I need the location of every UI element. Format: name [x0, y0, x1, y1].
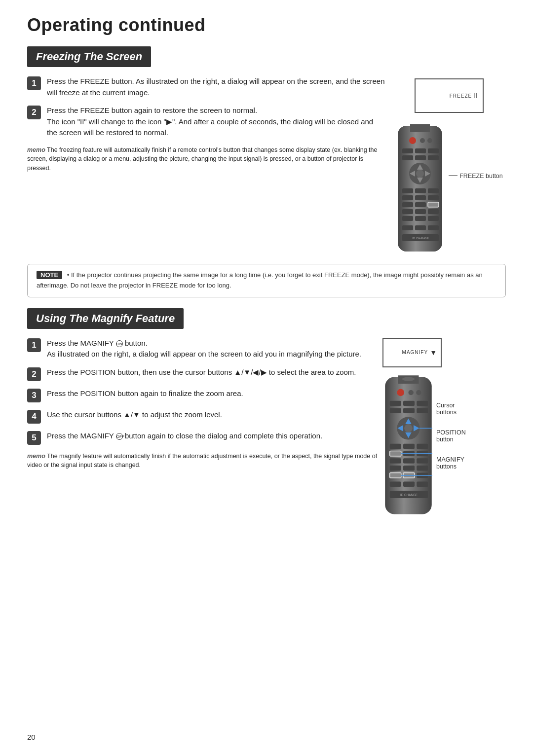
svg-rect-27 [402, 209, 413, 214]
svg-rect-31 [415, 216, 426, 221]
svg-rect-65 [390, 466, 401, 471]
svg-rect-56 [390, 443, 401, 449]
freeze-steps-area: 1 Press the FREEZE button. As illustrate… [27, 76, 506, 255]
svg-rect-30 [402, 216, 413, 221]
svg-rect-22 [415, 195, 426, 200]
magnify-dialog-label: MAGNIFY [402, 350, 428, 355]
freeze-step-num-2: 2 [27, 106, 41, 119]
svg-rect-58 [417, 443, 428, 449]
svg-rect-26 [428, 202, 439, 207]
magnify-step-4: 4 Use the cursor buttons ▲/▼ to adjust t… [27, 409, 378, 424]
magnify-position-label: POSITION button [436, 429, 466, 443]
svg-rect-48 [403, 408, 415, 413]
svg-rect-45 [403, 400, 415, 406]
svg-rect-29 [428, 209, 439, 214]
freeze-step-2: 2 Press the FREEZE button again to resto… [27, 105, 385, 139]
svg-rect-57 [403, 443, 415, 449]
svg-point-41 [397, 389, 404, 396]
svg-point-3 [409, 137, 416, 144]
svg-rect-64 [417, 458, 428, 464]
svg-point-5 [427, 138, 432, 143]
magnify-right-panel: MAGNIFY ▼ [382, 338, 506, 519]
magnify-step-5: 5 Press the MAGNIFY OFF button again to … [27, 431, 378, 445]
svg-rect-59 [390, 451, 401, 456]
magnify-step-num-3: 3 [27, 389, 41, 402]
svg-point-43 [416, 390, 421, 395]
magnify-remote-with-labels: ID CHANGE Cursor butt [382, 371, 466, 519]
svg-rect-24 [402, 202, 413, 207]
svg-rect-28 [415, 209, 426, 214]
freeze-remote-label: FREEZE button [459, 171, 503, 180]
note-text: • If the projector continues projecting … [37, 271, 483, 289]
freeze-step-num-1: 1 [27, 76, 41, 90]
freeze-dialog-label: FREEZE [450, 93, 472, 99]
svg-rect-25 [415, 202, 426, 207]
magnify-magnify-label: MAGNIFY buttons [436, 456, 466, 470]
svg-rect-20 [428, 188, 439, 193]
magnify-step-text-5: Press the MAGNIFY OFF button again to cl… [47, 431, 322, 442]
svg-rect-67 [417, 466, 428, 471]
freeze-remote-svg: ID CHANGE [395, 122, 445, 255]
magnify-remote-svg: ID CHANGE [382, 371, 434, 519]
magnify-section: Using The Magnify Feature 1 Press the MA… [27, 308, 506, 519]
freeze-arrow-line [449, 175, 457, 176]
svg-point-42 [409, 390, 414, 395]
svg-rect-66 [403, 466, 415, 471]
freeze-step-1: 1 Press the FREEZE button. As illustrate… [27, 76, 385, 98]
svg-rect-63 [403, 458, 415, 464]
magnify-step-2: 2 Press the POSITION button, then use th… [27, 367, 378, 381]
freeze-step-text-2: Press the FREEZE button again to restore… [47, 105, 385, 139]
svg-point-40 [402, 377, 415, 381]
freeze-remote-area: ID CHANGE FREEZE button [395, 122, 503, 255]
note-label: NOTE [37, 271, 62, 279]
svg-point-17 [416, 170, 424, 178]
magnify-steps-left: 1 Press the MAGNIFY ON button. As illust… [27, 338, 382, 519]
note-box: NOTE • If the projector continues projec… [27, 264, 506, 297]
svg-rect-6 [402, 148, 413, 153]
magnify-section-header: Using The Magnify Feature [27, 308, 184, 329]
svg-rect-11 [428, 155, 439, 160]
svg-rect-18 [402, 188, 413, 193]
svg-rect-9 [402, 155, 413, 160]
svg-rect-2 [410, 124, 430, 132]
magnify-step-num-4: 4 [27, 410, 41, 424]
svg-rect-71 [390, 481, 401, 487]
svg-rect-49 [417, 408, 428, 413]
svg-rect-68 [390, 472, 401, 478]
page-number: 20 [27, 733, 36, 741]
svg-rect-19 [415, 188, 426, 193]
freeze-memo-label: memo [27, 146, 45, 153]
svg-rect-23 [428, 195, 439, 200]
svg-rect-35 [428, 225, 439, 230]
freeze-steps-left: 1 Press the FREEZE button. As illustrate… [27, 76, 392, 255]
magnify-off-label: OFF [116, 433, 123, 440]
svg-rect-46 [417, 400, 428, 406]
svg-rect-73 [417, 481, 428, 487]
svg-point-55 [404, 424, 413, 432]
magnify-step-num-5: 5 [27, 431, 41, 445]
freeze-right-panel: FREEZE II [392, 76, 506, 255]
magnify-dialog-icon: ▼ [430, 349, 437, 357]
svg-text:ID CHANGE: ID CHANGE [400, 493, 418, 496]
svg-rect-34 [415, 225, 426, 230]
svg-rect-32 [428, 216, 439, 221]
svg-rect-33 [402, 225, 413, 230]
magnify-step-1: 1 Press the MAGNIFY ON button. As illust… [27, 338, 378, 360]
magnify-remote-labels: Cursor buttons POSITION button MAGNIFY b… [434, 371, 466, 470]
freeze-section-header: Freezing The Screen [27, 46, 151, 67]
magnify-memo: memo The magnify feature will automatica… [27, 452, 378, 470]
magnify-step-num-2: 2 [27, 367, 41, 381]
freeze-dialog-preview: FREEZE II [415, 78, 484, 113]
freeze-section: Freezing The Screen 1 Press the FREEZE b… [27, 46, 506, 255]
svg-point-4 [420, 138, 425, 143]
magnify-content: 1 Press the MAGNIFY ON button. As illust… [27, 338, 506, 519]
magnify-step-num-1: 1 [27, 338, 41, 352]
magnify-step-text-1: Press the MAGNIFY ON button. As illustra… [47, 338, 361, 360]
page-title: Operating continued [27, 15, 506, 36]
magnify-step-3: 3 Press the POSITION button again to fin… [27, 388, 378, 402]
freeze-dialog-icon: II [474, 92, 478, 100]
magnify-step-text-3: Press the POSITION button again to final… [47, 388, 243, 399]
freeze-memo: memo The freezing feature will automatic… [27, 145, 385, 173]
magnify-cursor-label: Cursor buttons [436, 402, 466, 416]
page: Operating continued Freezing The Screen … [0, 0, 533, 756]
